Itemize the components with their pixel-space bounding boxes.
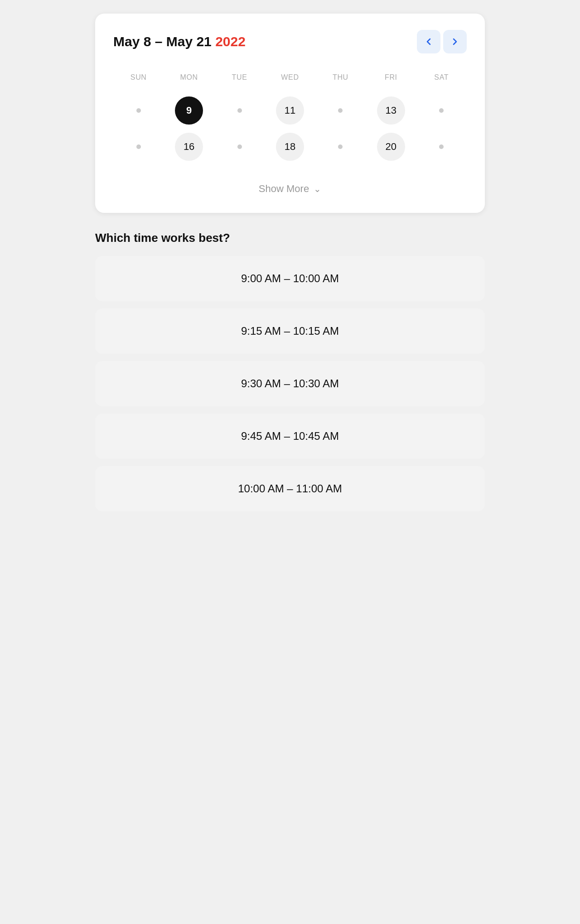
calendar-day[interactable]: 16 bbox=[175, 133, 203, 161]
calendar-dot bbox=[338, 144, 343, 149]
weekday-tue: TUE bbox=[214, 70, 265, 85]
calendar-cell[interactable]: 18 bbox=[265, 129, 315, 165]
chevron-left-icon bbox=[425, 38, 433, 46]
calendar-dot bbox=[237, 108, 242, 113]
weekday-fri: FRI bbox=[366, 70, 416, 85]
weekday-wed: WED bbox=[265, 70, 315, 85]
calendar-day-selected[interactable]: 9 bbox=[175, 96, 203, 125]
time-slot[interactable]: 9:00 AM – 10:00 AM bbox=[95, 256, 485, 301]
weekday-sat: SAT bbox=[416, 70, 467, 85]
calendar-day[interactable]: 18 bbox=[276, 133, 304, 161]
show-more-button[interactable]: Show More ⌄ bbox=[113, 178, 467, 199]
time-slot[interactable]: 9:30 AM – 10:30 AM bbox=[95, 361, 485, 406]
calendar-cell bbox=[416, 92, 467, 129]
time-section-title: Which time works best? bbox=[95, 231, 485, 245]
calendar-cell[interactable]: 13 bbox=[366, 92, 416, 129]
next-month-button[interactable] bbox=[443, 30, 467, 53]
calendar-cell bbox=[315, 129, 366, 165]
calendar-year: 2022 bbox=[215, 34, 246, 49]
calendar-day[interactable]: 11 bbox=[276, 96, 304, 125]
calendar-day[interactable]: 13 bbox=[377, 96, 405, 125]
calendar-cell bbox=[214, 92, 265, 129]
calendar-dot bbox=[237, 144, 242, 149]
calendar-dot bbox=[338, 108, 343, 113]
calendar-grid: 91113161820 bbox=[113, 92, 467, 165]
calendar-dot bbox=[439, 144, 444, 149]
time-slot[interactable]: 10:00 AM – 11:00 AM bbox=[95, 466, 485, 511]
calendar-dot bbox=[136, 144, 141, 149]
nav-buttons bbox=[417, 30, 467, 53]
chevron-down-icon: ⌄ bbox=[314, 183, 321, 194]
calendar-cell[interactable]: 16 bbox=[164, 129, 214, 165]
time-slot[interactable]: 9:45 AM – 10:45 AM bbox=[95, 414, 485, 459]
calendar-cell bbox=[113, 92, 164, 129]
calendar-title: May 8 – May 21 2022 bbox=[113, 34, 246, 49]
calendar-cell bbox=[214, 129, 265, 165]
time-slots: 9:00 AM – 10:00 AM9:15 AM – 10:15 AM9:30… bbox=[95, 256, 485, 511]
calendar-header: May 8 – May 21 2022 bbox=[113, 30, 467, 53]
calendar-cell bbox=[416, 129, 467, 165]
calendar-cell[interactable]: 20 bbox=[366, 129, 416, 165]
show-more-label: Show More bbox=[259, 183, 309, 195]
calendar-dot bbox=[439, 108, 444, 113]
calendar-dot bbox=[136, 108, 141, 113]
calendar-cell[interactable]: 9 bbox=[164, 92, 214, 129]
chevron-right-icon bbox=[451, 38, 459, 46]
calendar-cell bbox=[315, 92, 366, 129]
calendar-day[interactable]: 20 bbox=[377, 133, 405, 161]
prev-month-button[interactable] bbox=[417, 30, 440, 53]
weekday-thu: THU bbox=[315, 70, 366, 85]
time-slot[interactable]: 9:15 AM – 10:15 AM bbox=[95, 308, 485, 354]
calendar-weekdays: SUN MON TUE WED THU FRI SAT bbox=[113, 70, 467, 85]
calendar-cell bbox=[113, 129, 164, 165]
weekday-mon: MON bbox=[164, 70, 214, 85]
calendar-card: May 8 – May 21 2022 SUN MON TUE WED THU … bbox=[95, 14, 485, 213]
date-range: May 8 – May 21 bbox=[113, 34, 212, 49]
calendar-cell[interactable]: 11 bbox=[265, 92, 315, 129]
weekday-sun: SUN bbox=[113, 70, 164, 85]
